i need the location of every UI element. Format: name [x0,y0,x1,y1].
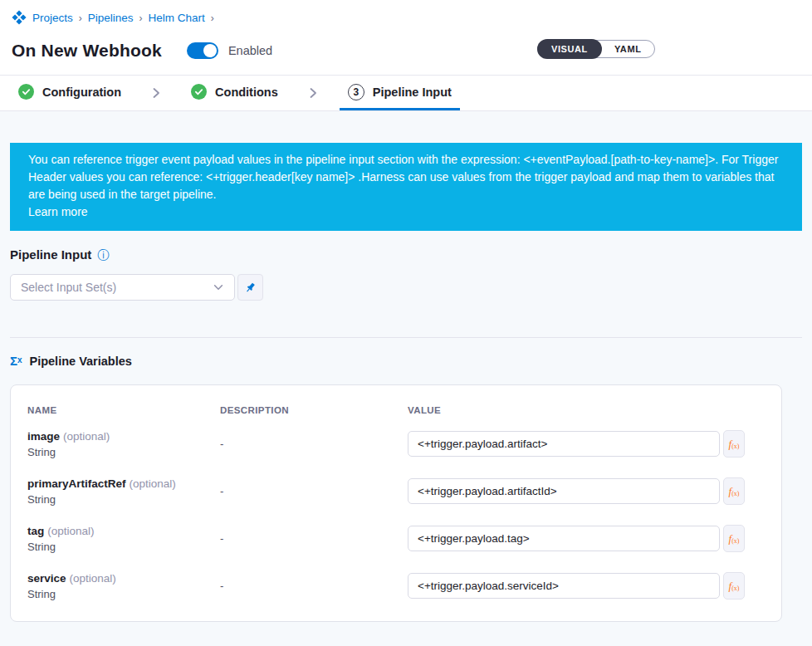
harness-project-icon [12,10,27,25]
yaml-toggle-button[interactable]: YAML [602,40,654,58]
info-banner-text: You can reference trigger event payload … [28,153,778,201]
breadcrumb-projects[interactable]: Projects [32,12,73,24]
sigma-variables-icon: Σˣ [10,354,22,368]
variable-type: String [27,493,220,506]
column-header-description: DESCRIPTION [220,405,408,415]
variable-description: - [220,438,408,450]
chevron-right-icon [130,76,183,110]
pipeline-variables-title: Pipeline Variables [30,355,132,368]
variable-optional-label: (optional) [130,477,176,490]
expression-fx-button[interactable]: f(x) [723,430,745,458]
tab-configuration[interactable]: Configuration [10,76,130,110]
variable-type: String [27,446,220,458]
input-set-placeholder: Select Input Set(s) [21,281,116,294]
variables-card: NAME DESCRIPTION VALUE image(optional) S… [10,384,782,622]
column-header-name: NAME [27,405,220,415]
variable-value-cell: f(x) [408,430,765,458]
input-set-select[interactable]: Select Input Set(s) [10,274,235,301]
variable-name-cell: image(optional) String [27,430,220,458]
enabled-toggle[interactable] [187,42,218,59]
table-row: image(optional) String - f(x) [27,420,765,467]
info-banner: You can reference trigger event payload … [10,143,802,231]
variable-optional-label: (optional) [47,525,94,537]
step-number-badge: 3 [348,84,364,100]
variable-name: image [27,430,60,443]
variable-name-cell: tag(optional) String [27,525,220,553]
variable-value-cell: f(x) [408,477,765,505]
tab-conditions[interactable]: Conditions [183,76,286,110]
breadcrumb-helm-chart[interactable]: Helm Chart [149,12,205,24]
section-divider [10,337,802,338]
variable-value-input[interactable] [408,431,720,457]
table-row: tag(optional) String - f(x) [27,515,765,562]
visual-yaml-toggle: VISUAL YAML [537,40,655,58]
variable-name-cell: service(optional) String [27,572,220,600]
title-row: On New Webhook Enabled VISUAL YAML [12,38,800,63]
enabled-toggle-label: Enabled [228,44,272,57]
variable-name-cell: primaryArtifactRef(optional) String [27,477,220,506]
chevron-right-icon: › [79,12,82,24]
variable-type: String [27,588,220,600]
variable-optional-label: (optional) [63,430,110,443]
variable-type: String [27,541,220,553]
info-icon[interactable]: ⓘ [97,249,109,261]
expression-fx-button[interactable]: f(x) [723,525,745,552]
variable-value-input[interactable] [408,478,720,504]
breadcrumb-pipelines[interactable]: Pipelines [88,12,134,24]
main-content: You can reference trigger event payload … [0,143,812,622]
toggle-knob [203,44,217,57]
chevron-right-icon [286,76,340,110]
variable-value-input[interactable] [408,573,720,599]
check-circle-icon [191,84,207,100]
table-row: primaryArtifactRef(optional) String - f(… [27,467,765,515]
pin-input-set-button[interactable] [237,274,263,301]
pipeline-variables-heading: Σˣ Pipeline Variables [10,354,802,368]
pin-icon [244,281,257,294]
variable-name: service [27,572,66,585]
tab-label: Pipeline Input [373,86,452,99]
variable-value-cell: f(x) [408,525,765,552]
page-title: On New Webhook [12,41,162,61]
tab-label: Conditions [215,86,278,99]
wizard-tabbar: Configuration Conditions 3 Pipeline Inpu… [0,75,812,111]
variable-name: primaryArtifactRef [27,477,126,490]
pipeline-input-heading: Pipeline Input ⓘ [10,247,802,262]
learn-more-link[interactable]: Learn more [28,203,88,221]
chevron-right-icon: › [139,12,143,24]
page-header: Projects › Pipelines › Helm Chart › On N… [0,0,812,75]
column-header-value: VALUE [408,405,765,415]
variable-description: - [220,580,408,592]
variable-description: - [220,485,408,497]
variable-optional-label: (optional) [70,572,116,585]
table-row: service(optional) String - f(x) [27,562,765,609]
chevron-right-icon: › [211,12,214,24]
visual-toggle-button[interactable]: VISUAL [537,39,602,59]
variable-name: tag [27,525,44,537]
chevron-down-icon [213,281,224,293]
expression-fx-button[interactable]: f(x) [723,572,745,600]
check-circle-icon [18,84,34,100]
expression-fx-button[interactable]: f(x) [723,477,745,505]
input-set-row: Select Input Set(s) [10,274,802,301]
variables-table-header: NAME DESCRIPTION VALUE [27,405,765,415]
variable-description: - [220,532,408,545]
variable-value-cell: f(x) [408,572,765,600]
variable-value-input[interactable] [408,526,720,551]
pipeline-input-title: Pipeline Input [10,247,91,262]
tab-pipeline-input[interactable]: 3 Pipeline Input [340,76,460,110]
tab-label: Configuration [42,86,121,99]
breadcrumb: Projects › Pipelines › Helm Chart › [12,10,800,25]
